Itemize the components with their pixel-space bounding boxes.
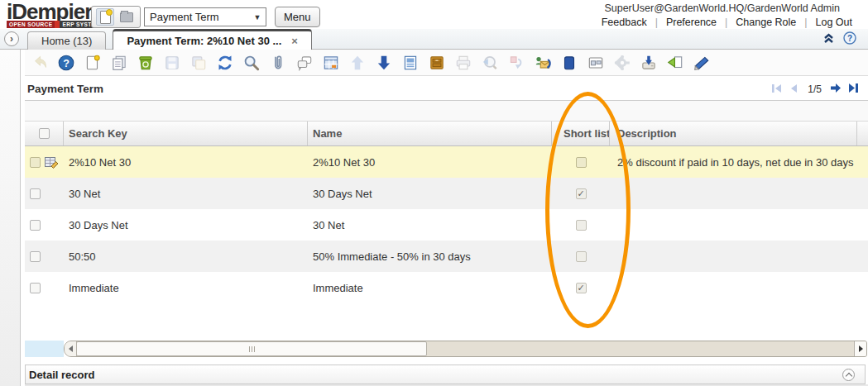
table-body: 2%10 Net 302%10 Net 302% discount if pai… bbox=[25, 146, 868, 303]
scrollbar-thumb[interactable] bbox=[76, 341, 427, 356]
short-list-checkbox: ✓ bbox=[576, 283, 587, 293]
link-feedback[interactable]: Feedback bbox=[593, 16, 655, 29]
export-icon[interactable] bbox=[639, 53, 659, 73]
session-info: SuperUser@GardenWorld.HQ/GardenWorld Adm… bbox=[593, 2, 868, 29]
tab-close-icon[interactable]: × bbox=[291, 35, 298, 47]
first-page-icon bbox=[771, 82, 783, 97]
email-icon[interactable] bbox=[533, 53, 553, 73]
horizontal-scrollbar[interactable] bbox=[64, 341, 867, 357]
open-window-button[interactable] bbox=[117, 8, 136, 26]
save-create-icon bbox=[189, 53, 209, 73]
link-preference[interactable]: Preference bbox=[658, 16, 725, 29]
lock-icon[interactable] bbox=[559, 53, 579, 73]
page-indicator: 1/5 bbox=[808, 83, 822, 95]
print-icon bbox=[453, 53, 473, 73]
tabstrip-icons: ? bbox=[822, 31, 856, 48]
short-list-checkbox bbox=[576, 251, 587, 262]
page-title: Payment Term bbox=[27, 83, 103, 95]
cell-short-list: ✓ bbox=[552, 272, 610, 303]
new-window-button[interactable] bbox=[96, 8, 114, 26]
row-select-checkbox[interactable] bbox=[30, 220, 41, 231]
chevron-up-icon bbox=[845, 373, 851, 379]
window-quick-buttons bbox=[91, 6, 141, 28]
table-row[interactable]: 30 Net30 Days Net✓ bbox=[25, 178, 868, 209]
row-select-checkbox[interactable] bbox=[30, 157, 41, 168]
detail-record-panel[interactable]: Detail record bbox=[25, 365, 866, 384]
user-role-label: SuperUser@GardenWorld.HQ/GardenWorld Adm… bbox=[593, 2, 868, 16]
window-select-combo[interactable]: Payment Term ▼ bbox=[144, 7, 266, 26]
table-row[interactable]: 2%10 Net 302%10 Net 302% discount if pai… bbox=[25, 146, 868, 178]
tab-label: Home (13) bbox=[41, 35, 92, 47]
detail-record-icon[interactable] bbox=[374, 53, 394, 73]
table-row[interactable]: 30 Days Net30 Net bbox=[25, 209, 868, 241]
chevron-down-icon: ▼ bbox=[249, 13, 266, 21]
row-select-checkbox[interactable] bbox=[30, 188, 41, 199]
triangle-left-icon bbox=[69, 345, 73, 352]
scroll-left-button[interactable] bbox=[65, 341, 77, 356]
sign-icon[interactable] bbox=[692, 53, 712, 73]
archive-icon[interactable] bbox=[427, 53, 447, 73]
requery-icon bbox=[506, 53, 526, 73]
cell-search-key: 2%10 Net 30 bbox=[64, 146, 308, 178]
row-select-cell bbox=[25, 209, 64, 241]
short-list-checkbox: ✓ bbox=[576, 188, 587, 199]
select-all-checkbox[interactable] bbox=[39, 128, 50, 139]
cell-search-key: 30 Days Net bbox=[64, 209, 308, 241]
table-row[interactable]: 50:5050% Immediate - 50% in 30 days bbox=[25, 241, 868, 272]
attachment-icon[interactable] bbox=[268, 53, 288, 73]
next-page-icon[interactable] bbox=[829, 82, 842, 97]
file-import-icon[interactable] bbox=[665, 53, 685, 73]
row-select-cell bbox=[25, 146, 64, 178]
cell-search-key: 50:50 bbox=[64, 241, 308, 272]
refresh-icon[interactable] bbox=[215, 53, 235, 73]
window-help-icon[interactable]: ? bbox=[843, 31, 856, 48]
west-panel-collapsed[interactable] bbox=[0, 50, 21, 386]
report-icon[interactable] bbox=[400, 53, 420, 73]
expand-sidebar-button[interactable]: › bbox=[4, 31, 19, 46]
cell-description bbox=[610, 178, 857, 209]
scroll-right-button[interactable] bbox=[854, 341, 866, 356]
logo-tagline-left: Open Source bbox=[7, 21, 55, 28]
column-header-search-key[interactable]: Search Key bbox=[64, 122, 308, 145]
last-page-icon[interactable] bbox=[847, 82, 860, 97]
delete-record-icon[interactable] bbox=[136, 53, 156, 73]
window-layout-icon[interactable] bbox=[586, 53, 606, 73]
chat-icon[interactable] bbox=[295, 53, 314, 73]
help-icon[interactable]: ? bbox=[56, 53, 76, 73]
tab-label: Payment Term: 2%10 Net 30 ... bbox=[127, 35, 281, 47]
table-header-row: Search KeyNameShort listDescription bbox=[25, 121, 868, 146]
cell-name: 2%10 Net 30 bbox=[308, 146, 552, 178]
link-change-role[interactable]: Change Role bbox=[727, 16, 804, 29]
new-window-icon bbox=[100, 11, 111, 24]
collapse-all-icon[interactable] bbox=[822, 32, 835, 48]
column-header-description[interactable]: Description bbox=[610, 122, 857, 145]
column-header-name[interactable]: Name bbox=[308, 122, 552, 145]
cell-name: 50% Immediate - 50% in 30 days bbox=[308, 241, 552, 272]
menu-button[interactable]: Menu bbox=[275, 7, 320, 27]
triangle-right-icon bbox=[859, 345, 863, 352]
toolbar: ? bbox=[25, 50, 868, 76]
cell-description bbox=[610, 209, 857, 241]
column-header-short-list[interactable]: Short list bbox=[552, 122, 610, 145]
detail-expand-button[interactable] bbox=[842, 369, 855, 381]
previous-page-icon bbox=[789, 82, 800, 97]
new-record-icon[interactable] bbox=[83, 53, 103, 73]
cell-short-list: ✓ bbox=[552, 178, 610, 209]
link-log-out[interactable]: Log Out bbox=[808, 16, 861, 29]
record-pagination: 1/5 bbox=[771, 82, 860, 97]
save-icon bbox=[162, 53, 182, 73]
payment-term-window: ? Payment Term 1/5 Search bbox=[25, 50, 868, 386]
copy-record-icon[interactable] bbox=[109, 53, 129, 73]
short-list-checkbox bbox=[576, 157, 587, 168]
tab-payment-term-2-10-net-30[interactable]: Payment Term: 2%10 Net 30 ...× bbox=[113, 29, 312, 50]
grid-toggle-icon[interactable] bbox=[321, 53, 341, 73]
find-icon[interactable] bbox=[242, 53, 261, 73]
undo-icon bbox=[30, 53, 50, 73]
logo-tagline: Open Source ERP System bbox=[7, 21, 93, 28]
row-select-checkbox[interactable] bbox=[30, 283, 41, 293]
process-icon bbox=[612, 53, 632, 73]
row-select-cell bbox=[25, 241, 64, 272]
table-row[interactable]: ImmediateImmediate✓ bbox=[25, 272, 868, 303]
row-select-checkbox[interactable] bbox=[30, 251, 41, 262]
tab-home-13[interactable]: Home (13) bbox=[27, 31, 106, 50]
